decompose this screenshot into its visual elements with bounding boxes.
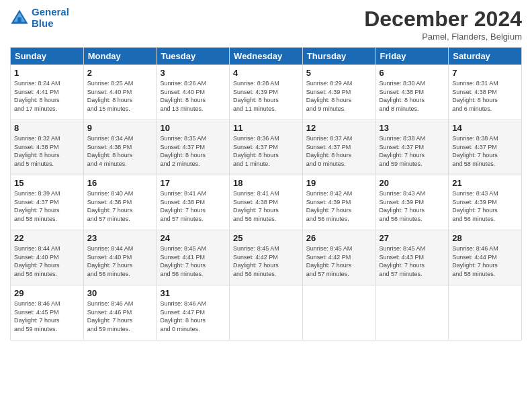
table-row: 13Sunrise: 8:38 AM Sunset: 4:37 PM Dayli…	[375, 120, 449, 175]
day-info: Sunrise: 8:28 AM Sunset: 4:39 PM Dayligh…	[233, 79, 299, 113]
col-sunday: Sunday	[11, 48, 84, 65]
day-info: Sunrise: 8:26 AM Sunset: 4:40 PM Dayligh…	[160, 79, 226, 113]
day-number: 23	[87, 233, 153, 243]
day-number: 5	[306, 68, 372, 78]
table-row: 30Sunrise: 8:46 AM Sunset: 4:46 PM Dayli…	[83, 285, 157, 340]
logo-text: General Blue	[32, 7, 69, 29]
calendar-row: 1Sunrise: 8:24 AM Sunset: 4:41 PM Daylig…	[11, 65, 522, 120]
calendar-row: 22Sunrise: 8:44 AM Sunset: 4:40 PM Dayli…	[11, 230, 522, 285]
calendar-row: 8Sunrise: 8:32 AM Sunset: 4:38 PM Daylig…	[11, 120, 522, 175]
svg-rect-2	[17, 17, 21, 22]
location-subtitle: Pamel, Flanders, Belgium	[364, 32, 522, 42]
day-info: Sunrise: 8:43 AM Sunset: 4:39 PM Dayligh…	[452, 189, 518, 223]
day-number: 11	[233, 123, 299, 133]
table-row: 6Sunrise: 8:30 AM Sunset: 4:38 PM Daylig…	[375, 65, 449, 120]
calendar-row: 15Sunrise: 8:39 AM Sunset: 4:37 PM Dayli…	[11, 175, 522, 230]
day-number: 1	[14, 68, 80, 78]
table-row	[375, 285, 449, 340]
day-number: 28	[452, 233, 518, 243]
day-number: 18	[233, 178, 299, 188]
table-row: 19Sunrise: 8:42 AM Sunset: 4:39 PM Dayli…	[302, 175, 375, 230]
day-number: 14	[452, 123, 518, 133]
calendar-body: 1Sunrise: 8:24 AM Sunset: 4:41 PM Daylig…	[11, 65, 522, 340]
table-row: 16Sunrise: 8:40 AM Sunset: 4:38 PM Dayli…	[83, 175, 157, 230]
day-number: 19	[306, 178, 372, 188]
table-row: 4Sunrise: 8:28 AM Sunset: 4:39 PM Daylig…	[230, 65, 303, 120]
day-number: 13	[380, 123, 445, 133]
day-info: Sunrise: 8:42 AM Sunset: 4:39 PM Dayligh…	[306, 189, 372, 223]
day-number: 6	[380, 68, 445, 78]
table-row: 5Sunrise: 8:29 AM Sunset: 4:39 PM Daylig…	[302, 65, 375, 120]
header-row: Sunday Monday Tuesday Wednesday Thursday…	[11, 48, 522, 65]
day-number: 3	[160, 68, 226, 78]
table-row: 7Sunrise: 8:31 AM Sunset: 4:38 PM Daylig…	[449, 65, 522, 120]
day-info: Sunrise: 8:30 AM Sunset: 4:38 PM Dayligh…	[380, 79, 445, 113]
day-info: Sunrise: 8:34 AM Sunset: 4:38 PM Dayligh…	[87, 134, 153, 168]
day-number: 12	[306, 123, 372, 133]
table-row: 3Sunrise: 8:26 AM Sunset: 4:40 PM Daylig…	[157, 65, 230, 120]
table-row: 20Sunrise: 8:43 AM Sunset: 4:39 PM Dayli…	[375, 175, 449, 230]
table-row	[302, 285, 375, 340]
logo-icon	[10, 9, 29, 28]
col-thursday: Thursday	[302, 48, 375, 65]
day-info: Sunrise: 8:43 AM Sunset: 4:39 PM Dayligh…	[380, 189, 445, 223]
day-number: 10	[160, 123, 226, 133]
day-number: 26	[306, 233, 372, 243]
day-info: Sunrise: 8:40 AM Sunset: 4:38 PM Dayligh…	[87, 189, 153, 223]
day-number: 30	[87, 288, 153, 298]
day-number: 21	[452, 178, 518, 188]
day-number: 27	[380, 233, 445, 243]
day-number: 17	[160, 178, 226, 188]
table-row: 9Sunrise: 8:34 AM Sunset: 4:38 PM Daylig…	[83, 120, 157, 175]
col-monday: Monday	[83, 48, 157, 65]
day-info: Sunrise: 8:46 AM Sunset: 4:47 PM Dayligh…	[160, 300, 226, 333]
table-row: 2Sunrise: 8:25 AM Sunset: 4:40 PM Daylig…	[83, 65, 157, 120]
day-number: 16	[87, 178, 153, 188]
table-row: 27Sunrise: 8:45 AM Sunset: 4:43 PM Dayli…	[375, 230, 449, 285]
calendar-row: 29Sunrise: 8:46 AM Sunset: 4:45 PM Dayli…	[11, 285, 522, 340]
day-number: 29	[14, 288, 80, 298]
table-row	[449, 285, 522, 340]
day-info: Sunrise: 8:45 AM Sunset: 4:41 PM Dayligh…	[160, 244, 226, 278]
day-info: Sunrise: 8:29 AM Sunset: 4:39 PM Dayligh…	[306, 79, 372, 113]
month-title: December 2024	[364, 7, 522, 32]
day-info: Sunrise: 8:44 AM Sunset: 4:40 PM Dayligh…	[87, 244, 153, 278]
day-info: Sunrise: 8:31 AM Sunset: 4:38 PM Dayligh…	[452, 79, 518, 113]
day-number: 22	[14, 233, 80, 243]
table-row: 15Sunrise: 8:39 AM Sunset: 4:37 PM Dayli…	[11, 175, 84, 230]
table-row: 23Sunrise: 8:44 AM Sunset: 4:40 PM Dayli…	[83, 230, 157, 285]
table-row: 17Sunrise: 8:41 AM Sunset: 4:38 PM Dayli…	[157, 175, 230, 230]
table-row	[230, 285, 303, 340]
day-number: 25	[233, 233, 299, 243]
table-row: 21Sunrise: 8:43 AM Sunset: 4:39 PM Dayli…	[449, 175, 522, 230]
day-info: Sunrise: 8:46 AM Sunset: 4:44 PM Dayligh…	[452, 244, 518, 278]
day-info: Sunrise: 8:38 AM Sunset: 4:37 PM Dayligh…	[380, 134, 445, 168]
day-info: Sunrise: 8:45 AM Sunset: 4:42 PM Dayligh…	[233, 244, 299, 278]
day-info: Sunrise: 8:41 AM Sunset: 4:38 PM Dayligh…	[160, 189, 226, 223]
day-info: Sunrise: 8:35 AM Sunset: 4:37 PM Dayligh…	[160, 134, 226, 168]
table-row: 11Sunrise: 8:36 AM Sunset: 4:37 PM Dayli…	[230, 120, 303, 175]
day-info: Sunrise: 8:46 AM Sunset: 4:45 PM Dayligh…	[14, 300, 80, 333]
day-number: 20	[380, 178, 445, 188]
day-info: Sunrise: 8:25 AM Sunset: 4:40 PM Dayligh…	[87, 79, 153, 113]
day-info: Sunrise: 8:45 AM Sunset: 4:43 PM Dayligh…	[380, 244, 445, 278]
col-wednesday: Wednesday	[230, 48, 303, 65]
table-row: 8Sunrise: 8:32 AM Sunset: 4:38 PM Daylig…	[11, 120, 84, 175]
table-row: 1Sunrise: 8:24 AM Sunset: 4:41 PM Daylig…	[11, 65, 84, 120]
table-row: 10Sunrise: 8:35 AM Sunset: 4:37 PM Dayli…	[157, 120, 230, 175]
day-number: 8	[14, 123, 80, 133]
day-info: Sunrise: 8:39 AM Sunset: 4:37 PM Dayligh…	[14, 189, 80, 223]
table-row: 29Sunrise: 8:46 AM Sunset: 4:45 PM Dayli…	[11, 285, 84, 340]
day-info: Sunrise: 8:38 AM Sunset: 4:37 PM Dayligh…	[452, 134, 518, 168]
day-number: 4	[233, 68, 299, 78]
day-info: Sunrise: 8:24 AM Sunset: 4:41 PM Dayligh…	[14, 79, 80, 113]
table-row: 25Sunrise: 8:45 AM Sunset: 4:42 PM Dayli…	[230, 230, 303, 285]
day-number: 2	[87, 68, 153, 78]
day-info: Sunrise: 8:37 AM Sunset: 4:37 PM Dayligh…	[306, 134, 372, 168]
day-info: Sunrise: 8:41 AM Sunset: 4:38 PM Dayligh…	[233, 189, 299, 223]
table-row: 14Sunrise: 8:38 AM Sunset: 4:37 PM Dayli…	[449, 120, 522, 175]
day-number: 9	[87, 123, 153, 133]
table-row: 22Sunrise: 8:44 AM Sunset: 4:40 PM Dayli…	[11, 230, 84, 285]
table-row: 28Sunrise: 8:46 AM Sunset: 4:44 PM Dayli…	[449, 230, 522, 285]
day-number: 7	[452, 68, 518, 78]
